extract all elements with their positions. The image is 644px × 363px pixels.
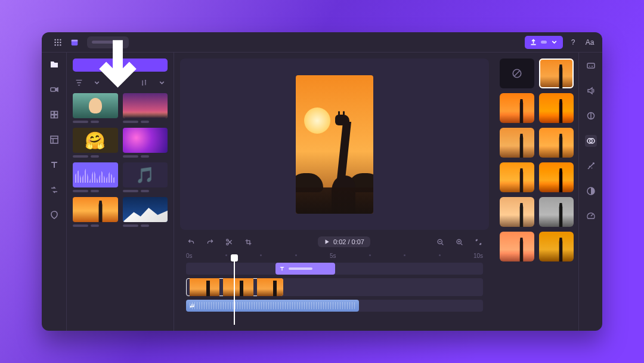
- filter-vivid[interactable]: [539, 93, 574, 123]
- media-thumb-sunset-clip[interactable]: [123, 93, 168, 123]
- text-track[interactable]: [186, 263, 483, 275]
- timeline[interactable]: [186, 263, 483, 322]
- time-display: 0:02 / 0:07: [333, 238, 364, 245]
- apps-grid-icon[interactable]: [51, 36, 64, 49]
- svg-point-2: [60, 39, 61, 40]
- chevron-down-icon[interactable]: [91, 76, 103, 88]
- svg-point-17: [226, 239, 228, 241]
- audio-track[interactable]: [186, 300, 483, 312]
- rail-filters[interactable]: [585, 135, 597, 147]
- svg-point-1: [57, 39, 58, 40]
- svg-rect-16: [51, 136, 58, 143]
- filter-soft[interactable]: [500, 128, 534, 158]
- filter-rich[interactable]: [539, 162, 574, 192]
- rail-captions[interactable]: [585, 60, 597, 72]
- rail-fade[interactable]: [585, 185, 597, 197]
- right-rail: [578, 53, 602, 331]
- filters-panel: [495, 53, 578, 331]
- media-thumb-mountain-clip[interactable]: [123, 197, 168, 227]
- nav-media[interactable]: [48, 59, 60, 70]
- filter-warm[interactable]: [500, 93, 534, 123]
- play-button[interactable]: 0:02 / 0:07: [318, 236, 370, 247]
- media-thumb-music-note[interactable]: 🎵: [123, 162, 168, 192]
- crop-button[interactable]: [242, 236, 254, 248]
- media-panel: 🤗🎵: [67, 53, 174, 331]
- rail-speed[interactable]: [585, 210, 597, 222]
- media-thumb-grid: 🤗🎵: [73, 93, 168, 227]
- filter-b-w[interactable]: [539, 197, 574, 227]
- import-media-button[interactable]: [73, 59, 168, 72]
- svg-point-4: [57, 41, 58, 42]
- svg-point-6: [54, 44, 55, 45]
- media-thumb-emoji-clip[interactable]: 🤗: [73, 128, 118, 158]
- media-thumb-giraffe-clip[interactable]: [73, 197, 118, 227]
- text-style-button[interactable]: Aa: [583, 36, 596, 49]
- zoom-out-button[interactable]: [434, 236, 446, 248]
- svg-rect-13: [54, 112, 57, 115]
- filter-gold[interactable]: [500, 162, 534, 192]
- filter-fade[interactable]: [500, 197, 534, 227]
- video-editor-app: ? Aa: [42, 32, 602, 331]
- video-track[interactable]: [186, 278, 483, 296]
- svg-point-8: [60, 44, 61, 45]
- redo-button[interactable]: [204, 236, 216, 248]
- svg-rect-15: [54, 115, 57, 118]
- svg-rect-12: [51, 112, 54, 115]
- export-button[interactable]: [525, 36, 563, 49]
- svg-rect-22: [587, 63, 595, 68]
- svg-point-0: [54, 39, 55, 40]
- nav-record[interactable]: [48, 84, 60, 96]
- svg-rect-11: [51, 88, 55, 91]
- nav-text[interactable]: [48, 159, 60, 171]
- preview-area: [180, 59, 489, 230]
- sort-icon[interactable]: [138, 76, 150, 88]
- text-icon: [279, 266, 285, 272]
- player-controls: 0:02 / 0:07: [174, 236, 495, 249]
- nav-templates[interactable]: [48, 134, 60, 146]
- svg-point-5: [60, 41, 61, 42]
- media-thumb-audio-wave[interactable]: [73, 162, 118, 192]
- undo-button[interactable]: [185, 236, 197, 248]
- filter-peach[interactable]: [500, 232, 534, 262]
- fit-button[interactable]: [472, 236, 484, 248]
- center-column: 0:02 / 0:07 0s 5s 10s: [174, 53, 495, 331]
- svg-point-18: [226, 243, 228, 245]
- media-thumb-neon-clip[interactable]: [123, 128, 168, 158]
- left-nav: [42, 53, 67, 331]
- nav-library[interactable]: [48, 109, 60, 121]
- svg-rect-10: [72, 39, 78, 41]
- filter-none[interactable]: [500, 59, 534, 88]
- filter-sunset[interactable]: [539, 232, 574, 262]
- svg-point-7: [57, 44, 58, 45]
- filter-icon[interactable]: [73, 76, 85, 88]
- media-panel-toolbar: [73, 76, 168, 88]
- timeline-ruler: 0s 5s 10s: [174, 249, 495, 259]
- audio-clip[interactable]: [186, 300, 359, 312]
- help-button[interactable]: ?: [566, 36, 580, 49]
- filter-original[interactable]: [539, 59, 574, 88]
- video-clip[interactable]: [186, 278, 283, 296]
- svg-rect-14: [51, 115, 54, 118]
- media-thumb-person-clip[interactable]: [73, 93, 118, 123]
- export-label: [541, 41, 547, 44]
- play-icon: [324, 239, 330, 245]
- rail-effects[interactable]: [585, 160, 597, 172]
- preview-frame[interactable]: [296, 75, 373, 214]
- split-button[interactable]: [223, 236, 235, 248]
- rail-audio[interactable]: [585, 85, 597, 97]
- zoom-in-button[interactable]: [453, 236, 465, 248]
- rail-adjust-color[interactable]: [585, 110, 597, 122]
- svg-point-3: [54, 41, 55, 42]
- nav-brand[interactable]: [48, 209, 60, 221]
- filter-amber[interactable]: [539, 128, 574, 158]
- chevron-down-icon[interactable]: [156, 76, 168, 88]
- text-clip[interactable]: [275, 263, 335, 275]
- nav-transitions[interactable]: [48, 184, 60, 196]
